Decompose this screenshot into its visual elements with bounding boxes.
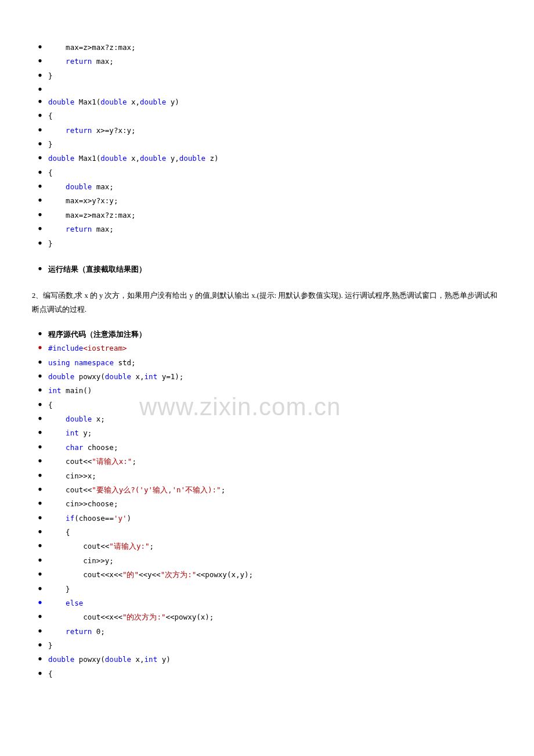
heading-text: 程序源代码（注意添加注释）	[48, 327, 502, 341]
document-content: ● max=z>max?z:max;● return max;●}●●doubl…	[32, 41, 502, 681]
code-text: else	[48, 596, 502, 610]
code-text: return 0;	[48, 625, 502, 639]
bullet-icon: ●	[32, 653, 48, 665]
bullet-icon: ●	[32, 208, 48, 221]
code-text: {	[48, 667, 502, 681]
code-line: ● max=x>y?x:y;	[32, 194, 502, 208]
code-block-2: ●#include<iostream>●using namespace std;…	[32, 341, 502, 681]
bullet-icon: ●	[32, 327, 48, 340]
bullet-icon: ●	[32, 109, 48, 121]
code-text: int main()	[48, 384, 502, 398]
heading-source-code: ● 程序源代码（注意添加注释）	[32, 327, 502, 341]
code-line: ● double x;	[32, 412, 502, 426]
bullet-icon: ●	[32, 554, 48, 566]
heading-text: 运行结果（直接截取结果图）	[48, 262, 502, 276]
code-line: ● cin>>y;	[32, 554, 502, 568]
code-text: char choose;	[48, 441, 502, 455]
code-line: ● return max;	[32, 55, 502, 69]
code-text: cin>>y;	[48, 554, 502, 568]
bullet-icon: ●	[32, 639, 48, 651]
code-line: ● cin>>choose;	[32, 497, 502, 511]
bullet-icon: ●	[32, 222, 48, 235]
bullet-icon: ●	[32, 166, 48, 178]
bullet-icon: ●	[32, 384, 48, 396]
code-line: ●{	[32, 109, 502, 123]
bullet-icon: ●	[32, 441, 48, 453]
bullet-icon: ●	[32, 341, 48, 354]
bullet-icon: ●	[32, 596, 48, 609]
code-line: ● return x>=y?x:y;	[32, 124, 502, 138]
code-text: {	[48, 166, 502, 180]
code-line: ●}	[32, 69, 502, 83]
question-2-paragraph: 2、编写函数,求 x 的 y 次方，如果用户没有给出 y 的值,则默认输出 x.…	[32, 289, 502, 317]
code-text: }	[48, 237, 502, 251]
code-text: cin>>x;	[48, 469, 502, 483]
code-line: ●double Max1(double x,double y,double z)	[32, 152, 502, 165]
code-text: }	[48, 582, 502, 596]
bullet-icon: ●	[32, 41, 48, 53]
bullet-icon: ●	[32, 95, 48, 107]
code-text: if(choose=='y')	[48, 512, 502, 525]
code-line: ●{	[32, 667, 502, 681]
code-line: ●double powxy(double x,int y=1);	[32, 370, 502, 384]
bullet-icon: ●	[32, 610, 48, 622]
code-text: }	[48, 138, 502, 152]
code-line: ●}	[32, 237, 502, 251]
code-text: double Max1(double x,double y)	[48, 95, 502, 109]
code-text: double x;	[48, 412, 502, 426]
bullet-icon: ●	[32, 525, 48, 538]
code-line: ● max=z>max?z:max;	[32, 208, 502, 222]
bullet-icon: ●	[32, 539, 48, 552]
bullet-icon: ●	[32, 194, 48, 206]
code-text: double powxy(double x,int y=1);	[48, 370, 502, 384]
code-text: cout<<"请输入x:";	[48, 455, 502, 469]
code-line: ● cin>>x;	[32, 469, 502, 483]
bullet-icon: ●	[32, 370, 48, 382]
code-line: ●#include<iostream>	[32, 341, 502, 355]
bullet-icon: ●	[32, 55, 48, 67]
code-line: ●double Max1(double x,double y)	[32, 95, 502, 109]
bullet-icon: ●	[32, 483, 48, 495]
code-text: }	[48, 639, 502, 653]
code-line: ● }	[32, 582, 502, 596]
bullet-icon: ●	[32, 83, 48, 95]
code-text: int y;	[48, 426, 502, 440]
bullet-icon: ●	[32, 152, 48, 164]
bullet-icon: ●	[32, 69, 48, 81]
code-line: ● else	[32, 596, 502, 610]
code-text: max=z>max?z:max;	[48, 41, 502, 55]
code-text: max=z>max?z:max;	[48, 208, 502, 222]
code-text: cout<<"请输入y:";	[48, 539, 502, 553]
code-text: cin>>choose;	[48, 497, 502, 511]
code-line: ● {	[32, 525, 502, 539]
bullet-icon: ●	[32, 625, 48, 637]
bullet-icon: ●	[32, 497, 48, 509]
code-text: double Max1(double x,double y,double z)	[48, 152, 502, 165]
code-text: cout<<"要输入y么?('y'输入,'n'不输入):";	[48, 483, 502, 497]
code-text: }	[48, 69, 502, 83]
code-text: cout<<x<<"的"<<y<<"次方为:"<<powxy(x,y);	[48, 568, 502, 582]
code-text: {	[48, 109, 502, 123]
bullet-icon: ●	[32, 582, 48, 595]
code-block-1: ● max=z>max?z:max;● return max;●}●●doubl…	[32, 41, 502, 251]
code-line: ● cout<<"要输入y么?('y'输入,'n'不输入):";	[32, 483, 502, 497]
bullet-icon: ●	[32, 262, 48, 275]
code-line: ● cout<<x<<"的"<<y<<"次方为:"<<powxy(x,y);	[32, 568, 502, 582]
code-text: {	[48, 398, 502, 412]
code-line: ● cout<<"请输入y:";	[32, 539, 502, 553]
code-line: ● if(choose=='y')	[32, 512, 502, 525]
code-line: ●double powxy(double x,int y)	[32, 653, 502, 667]
code-text: double powxy(double x,int y)	[48, 653, 502, 667]
code-line: ● return 0;	[32, 625, 502, 639]
code-line: ● return max;	[32, 222, 502, 236]
code-text: return max;	[48, 55, 502, 69]
code-line: ●{	[32, 398, 502, 412]
code-text: double max;	[48, 180, 502, 194]
code-text: return max;	[48, 222, 502, 236]
code-text: using namespace std;	[48, 356, 502, 370]
bullet-icon: ●	[32, 180, 48, 192]
code-line: ●}	[32, 138, 502, 152]
code-line: ●int main()	[32, 384, 502, 398]
code-line: ● char choose;	[32, 441, 502, 455]
heading-run-results: ● 运行结果（直接截取结果图）	[32, 262, 502, 276]
